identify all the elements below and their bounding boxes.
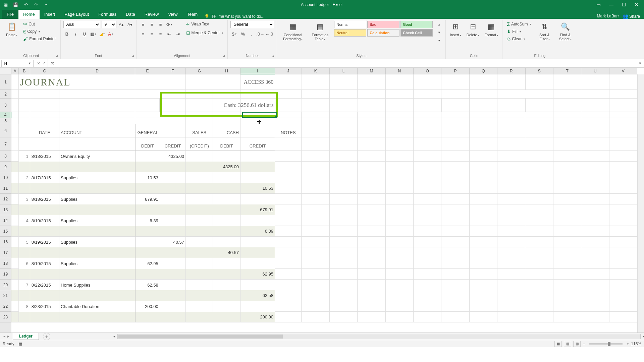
cell[interactable] — [358, 204, 385, 215]
orientation-icon[interactable]: ⟳ — [166, 21, 173, 28]
cell[interactable]: 679.91 — [240, 204, 275, 215]
cell[interactable] — [470, 215, 497, 226]
cell[interactable] — [441, 280, 469, 290]
cell[interactable] — [135, 269, 160, 280]
cell[interactable] — [213, 112, 240, 118]
row-header-2[interactable]: 2 — [0, 90, 11, 99]
cell[interactable] — [302, 183, 329, 194]
cell[interactable] — [386, 269, 414, 280]
cell[interactable] — [414, 290, 441, 301]
cell[interactable] — [11, 269, 19, 280]
cell[interactable] — [581, 215, 609, 226]
cell[interactable] — [186, 226, 213, 237]
cell[interactable] — [553, 226, 581, 237]
cell[interactable] — [30, 247, 59, 258]
cell[interactable] — [414, 118, 441, 124]
cell[interactable] — [358, 90, 385, 99]
cell[interactable] — [302, 194, 329, 204]
tell-me-search[interactable]: 💡 Tell me what you want to do... — [204, 14, 264, 19]
cell[interactable] — [441, 90, 469, 99]
styles-more-icon[interactable]: ▾ — [435, 37, 443, 44]
cell[interactable] — [186, 112, 213, 118]
cell[interactable] — [358, 99, 386, 112]
increase-font-icon[interactable]: A▴ — [118, 21, 125, 28]
cell[interactable] — [497, 112, 525, 118]
cell[interactable] — [302, 247, 329, 258]
cell[interactable] — [59, 118, 135, 124]
cell[interactable] — [609, 90, 637, 99]
cell[interactable] — [386, 90, 414, 99]
comma-format-icon[interactable]: , — [248, 30, 255, 38]
cell[interactable] — [581, 137, 609, 151]
cell[interactable] — [553, 74, 581, 90]
cell[interactable] — [581, 74, 609, 90]
fill-button[interactable]: ⬇Fill — [505, 28, 533, 35]
cell[interactable]: 6.39 — [135, 215, 160, 226]
cell[interactable] — [470, 118, 497, 124]
cell[interactable] — [441, 269, 469, 280]
cell[interactable] — [302, 99, 330, 112]
cell[interactable] — [275, 247, 302, 258]
cell[interactable] — [30, 90, 59, 99]
cell[interactable] — [30, 312, 59, 322]
cell[interactable] — [609, 215, 637, 226]
cell[interactable] — [525, 90, 553, 99]
sheet-nav-last-icon[interactable]: ► — [7, 335, 10, 338]
cell[interactable] — [330, 183, 358, 194]
paste-button[interactable]: 📋 Paste — [5, 21, 19, 38]
cell[interactable] — [358, 74, 385, 90]
cell[interactable] — [581, 204, 609, 215]
cell[interactable]: 200.00 — [135, 301, 160, 312]
hscroll-right-icon[interactable]: ► — [641, 334, 644, 339]
cell[interactable]: 6.39 — [240, 226, 275, 237]
cell[interactable] — [19, 183, 30, 194]
cell[interactable] — [609, 162, 637, 172]
column-header-O[interactable]: O — [414, 68, 441, 74]
cell[interactable] — [11, 112, 19, 118]
row-header-1[interactable]: 1 — [0, 74, 11, 90]
cell[interactable] — [160, 226, 186, 237]
entry-number[interactable]: 2 — [19, 172, 30, 183]
row-header-10[interactable]: 10 — [0, 172, 11, 183]
sheet-tab-ledger[interactable]: Ledger — [13, 333, 39, 340]
cell[interactable] — [441, 237, 469, 247]
cell[interactable] — [160, 118, 186, 124]
cell[interactable] — [11, 247, 19, 258]
column-header-E[interactable]: E — [135, 68, 160, 74]
cell[interactable] — [135, 247, 160, 258]
cell[interactable] — [497, 280, 525, 290]
row-header-5[interactable]: 5 — [0, 118, 11, 124]
entry-number[interactable]: 8 — [19, 301, 30, 312]
cell[interactable] — [186, 301, 213, 312]
cell[interactable] — [302, 301, 329, 312]
cell[interactable] — [441, 74, 469, 90]
cell[interactable] — [213, 90, 240, 99]
cell[interactable] — [160, 162, 186, 172]
cell[interactable] — [213, 258, 240, 269]
cell[interactable] — [240, 124, 275, 137]
cell[interactable] — [213, 269, 240, 280]
cell[interactable]: CREDIT — [160, 137, 186, 151]
cell[interactable] — [609, 301, 637, 312]
style-normal[interactable]: Normal — [334, 21, 366, 28]
cell[interactable] — [302, 172, 329, 183]
cell[interactable] — [497, 90, 525, 99]
cell[interactable]: 10.53 — [135, 172, 160, 183]
cell[interactable] — [11, 90, 19, 99]
cell[interactable] — [553, 247, 581, 258]
cell[interactable] — [553, 90, 581, 99]
font-name-combo[interactable]: Arial — [63, 21, 100, 28]
vertical-scrollbar[interactable] — [637, 74, 644, 333]
cell[interactable] — [553, 204, 581, 215]
cell[interactable] — [386, 137, 414, 151]
cell[interactable] — [330, 301, 358, 312]
entry-number[interactable]: 6 — [19, 258, 30, 269]
cell[interactable] — [330, 237, 358, 247]
cell[interactable] — [213, 237, 240, 247]
cell[interactable] — [470, 183, 497, 194]
row-header-7[interactable]: 7 — [0, 137, 11, 151]
cell[interactable] — [358, 301, 385, 312]
align-top-icon[interactable]: ≡ — [140, 21, 147, 28]
cell[interactable] — [358, 237, 385, 247]
cell[interactable] — [240, 90, 275, 99]
